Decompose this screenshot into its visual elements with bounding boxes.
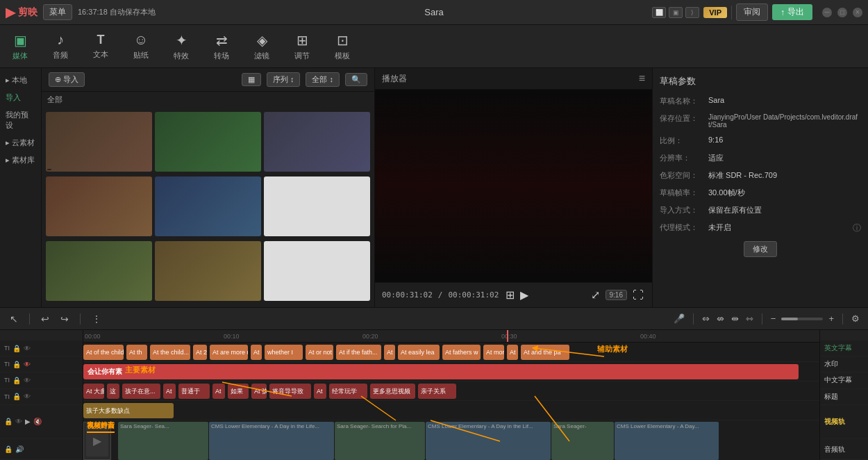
media-thumb-9[interactable]	[264, 241, 370, 301]
clip-cn-11[interactable]: 经常玩学	[329, 384, 367, 399]
clip-cn-4[interactable]: At	[163, 384, 176, 399]
minimize-button[interactable]: ─	[822, 8, 832, 17]
clip-en-11[interactable]: At easily lea	[398, 345, 440, 360]
source-tab-import[interactable]: 导入	[0, 90, 41, 106]
clip-en-12[interactable]: At fathers w	[442, 345, 481, 360]
window-btn-3[interactable]: ⟩	[685, 7, 699, 18]
tool-adjust[interactable]: ⊞ 调节	[289, 29, 315, 64]
play-pause-btn[interactable]: ▶	[519, 287, 530, 303]
clip-en-14[interactable]: At	[507, 345, 518, 360]
tool-media[interactable]: ▣ 媒体	[7, 29, 33, 64]
clip-en-4[interactable]: At 2	[193, 345, 207, 360]
track-merge-btn[interactable]: ⇹	[730, 312, 740, 325]
media-thumb-2[interactable]	[155, 112, 261, 172]
tool-filter[interactable]: ◈ 滤镜	[249, 29, 275, 64]
source-tab-preset[interactable]: 我的预设	[0, 107, 41, 133]
clip-key-1[interactable]: 孩子大多数缺点	[83, 403, 174, 418]
media-thumb-8[interactable]	[155, 241, 261, 301]
tool-text[interactable]: T 文本	[87, 30, 114, 63]
video-clip-2[interactable]: CMS Lower Elementary - A Day in the Life…	[209, 422, 334, 460]
media-thumb-3[interactable]	[264, 112, 370, 172]
modify-button[interactable]: 修改	[744, 241, 777, 257]
track-video[interactable]: ▶ Sara Seager- Sea... CMS Lower Elementa…	[83, 420, 819, 460]
clip-cn-2[interactable]: 这	[107, 384, 119, 399]
filter-all-button[interactable]: 全部 ↕	[306, 72, 340, 87]
expand-btn[interactable]: ⛶	[631, 288, 645, 303]
clip-en-10[interactable]: At	[384, 345, 395, 360]
video-clip-3[interactable]: Sara Seager- Search for Pla...	[335, 422, 425, 460]
import-button[interactable]: ⊕ 导入	[49, 72, 85, 87]
zoom-slider[interactable]	[781, 318, 823, 320]
window-btn-2[interactable]: ▣	[669, 7, 683, 18]
clip-en-7[interactable]: whether I	[265, 345, 303, 360]
clip-en-1[interactable]: At of the child	[83, 345, 124, 360]
clip-cn-12[interactable]: 更多意思视频	[370, 384, 415, 399]
fullscreen-btn[interactable]: ⤢	[590, 287, 601, 303]
media-thumb-5[interactable]	[155, 176, 261, 236]
close-button[interactable]: ×	[853, 8, 862, 17]
mic-btn[interactable]: 🎤	[672, 312, 686, 325]
tool-audio[interactable]: ♪ 音频	[47, 29, 74, 63]
player-video[interactable]	[375, 90, 652, 282]
clip-en-2[interactable]: At th	[126, 345, 147, 360]
undo-btn[interactable]: ↩	[38, 312, 52, 326]
review-button[interactable]: 审阅	[736, 3, 768, 21]
clip-cn-13[interactable]: 亲子关系	[418, 384, 456, 399]
tool-template[interactable]: ⊡ 模板	[329, 29, 356, 64]
clip-cn-5[interactable]: 普通于	[178, 384, 210, 399]
tool-effect[interactable]: ✦ 特效	[168, 29, 194, 64]
video-preview-thumb[interactable]: ▶	[83, 422, 111, 460]
clip-cn-8[interactable]: At 孩	[251, 384, 267, 399]
grid-view-button[interactable]: ▦	[242, 73, 261, 86]
track-keypoint[interactable]: 孩子大多数缺点	[83, 401, 819, 420]
window-btn-1[interactable]: ⬜	[652, 7, 666, 18]
clip-cn-9[interactable]: 将音导导致	[269, 384, 311, 399]
source-tab-cloud[interactable]: ▸ 云素材	[0, 135, 41, 151]
video-clip-6[interactable]: CMS Lower Elementary - A Day...	[615, 422, 719, 460]
track-cn-subtitle[interactable]: At 大多 这 孩子在意... At 普通于 At 如果 At 孩 将音导导致 …	[83, 381, 819, 401]
split-btn[interactable]: ⋮	[89, 312, 104, 326]
select-tool-btn[interactable]: ↖	[7, 312, 21, 326]
clip-en-5[interactable]: At are more u...	[210, 345, 248, 360]
sort-button[interactable]: 序列 ↕	[267, 72, 301, 87]
maximize-button[interactable]: □	[837, 8, 847, 17]
track-connect-btn[interactable]: ⇔	[701, 312, 711, 325]
search-media-button[interactable]: 🔍	[345, 73, 367, 86]
player-menu-button[interactable]: ≡	[639, 72, 645, 85]
source-tab-library[interactable]: ▸ 素材库	[0, 152, 41, 168]
clip-en-6[interactable]: At	[251, 345, 262, 360]
track-link-btn[interactable]: ⇿	[744, 312, 755, 325]
clip-cn-6[interactable]: At	[212, 384, 225, 399]
timeline-tracks[interactable]: 00:00 00:10 00:20 00:30 00:40 辅助素材 At of…	[83, 330, 819, 460]
export-button[interactable]: ↑ 导出	[772, 4, 812, 20]
menu-button[interactable]: 菜单	[43, 4, 72, 20]
tool-transition[interactable]: ⇄ 转场	[208, 29, 235, 64]
zoom-out-btn[interactable]: −	[769, 312, 778, 325]
media-thumb-6[interactable]	[264, 176, 370, 236]
zoom-in-btn[interactable]: +	[827, 312, 835, 325]
video-clip-5[interactable]: Sara Seager-	[551, 422, 614, 460]
video-clip-4[interactable]: CMS Lower Elementary - A Day in the Lif.…	[426, 422, 551, 460]
media-thumb-1[interactable]	[46, 112, 152, 172]
source-tab-local[interactable]: ▸ 本地	[0, 72, 41, 88]
clip-en-9[interactable]: At if the fath...	[336, 345, 381, 360]
track-en-subtitle[interactable]: At of the child At th At the child... At…	[83, 343, 819, 362]
proxy-info-icon[interactable]: ⓘ	[853, 222, 861, 234]
main-track-bar[interactable]: 会让你有素	[83, 364, 799, 379]
clip-cn-7[interactable]: 如果	[228, 384, 249, 399]
clip-en-15[interactable]: At and the pa	[521, 345, 569, 360]
tool-sticker[interactable]: ☺ 贴纸	[128, 29, 154, 63]
track-main[interactable]: 会让你有素	[83, 362, 819, 381]
clip-cn-1[interactable]: At 大多	[83, 384, 104, 399]
media-thumb-7[interactable]	[46, 241, 152, 301]
clip-en-13[interactable]: At more	[483, 345, 504, 360]
clip-en-8[interactable]: At or not	[306, 345, 333, 360]
clip-cn-10[interactable]: At	[314, 384, 326, 399]
media-thumb-4[interactable]	[46, 176, 152, 236]
frame-layout-btn[interactable]: ⊞	[504, 287, 516, 303]
clip-cn-3[interactable]: 孩子在意...	[122, 384, 160, 399]
track-split-h-btn[interactable]: ⇎	[715, 312, 726, 325]
redo-btn[interactable]: ↪	[58, 312, 72, 326]
settings-btn[interactable]: ⚙	[850, 312, 861, 325]
clip-en-3[interactable]: At the child...	[150, 345, 190, 360]
